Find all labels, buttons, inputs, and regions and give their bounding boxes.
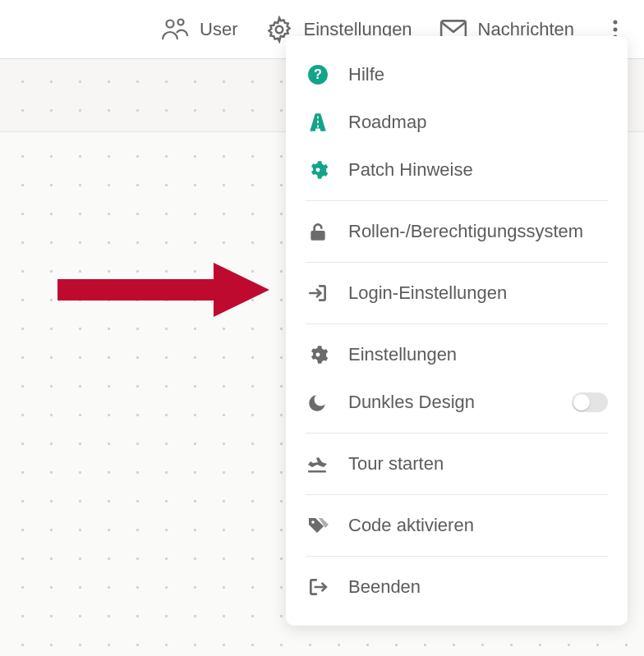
- help-circle-icon: ?: [306, 62, 330, 87]
- menu-divider: [306, 200, 608, 201]
- menu-item-label: Roadmap: [348, 112, 426, 133]
- menu-divider: [306, 494, 608, 495]
- svg-rect-3: [441, 21, 466, 38]
- menu-item-dark-mode[interactable]: Dunkles Design: [286, 378, 628, 426]
- toggle-knob: [573, 394, 590, 411]
- menu-divider: [306, 262, 608, 263]
- svg-point-1: [178, 19, 184, 25]
- menu-divider: [306, 556, 608, 557]
- svg-point-4: [614, 20, 618, 24]
- svg-rect-15: [308, 470, 326, 473]
- svg-rect-9: [317, 116, 319, 118]
- menu-item-label: Beenden: [348, 576, 421, 598]
- topbar-user-label: User: [200, 19, 237, 40]
- svg-rect-13: [310, 231, 324, 241]
- unlock-icon: [306, 219, 330, 244]
- menu-item-roles[interactable]: Rollen-/Berechtigungssystem: [286, 208, 628, 255]
- svg-rect-11: [317, 125, 319, 127]
- menu-item-patch-notes[interactable]: Patch Hinweise: [286, 146, 628, 194]
- plane-departure-icon: [306, 452, 330, 476]
- tags-icon: [306, 513, 330, 538]
- menu-divider: [306, 433, 608, 434]
- menu-item-roadmap[interactable]: Roadmap: [286, 99, 628, 146]
- annotation-arrow: [58, 261, 271, 319]
- menu-item-login-settings[interactable]: Login-Einstellungen: [286, 269, 628, 317]
- svg-point-16: [311, 521, 315, 524]
- moon-icon: [306, 390, 330, 415]
- dropdown-menu: ? Hilfe Roadmap Patch Hinweise: [286, 36, 628, 626]
- svg-point-5: [614, 27, 618, 31]
- svg-point-0: [167, 20, 174, 27]
- svg-marker-17: [58, 263, 269, 317]
- menu-divider: [306, 323, 608, 324]
- menu-item-label: Einstellungen: [348, 344, 457, 365]
- svg-text:?: ?: [314, 67, 322, 81]
- topbar-user[interactable]: User: [159, 13, 237, 46]
- menu-item-activate-code[interactable]: Code aktivieren: [286, 502, 628, 549]
- login-icon: [306, 281, 330, 305]
- people-icon: [159, 13, 191, 46]
- menu-item-label: Rollen-/Berechtigungssystem: [348, 221, 583, 242]
- menu-item-label: Dunkles Design: [348, 392, 475, 413]
- menu-item-label: Code aktivieren: [348, 515, 474, 536]
- menu-item-settings[interactable]: Einstellungen: [286, 331, 628, 378]
- svg-rect-10: [317, 121, 319, 123]
- menu-item-label: Patch Hinweise: [348, 159, 473, 181]
- menu-item-label: Login-Einstellungen: [348, 282, 507, 304]
- menu-item-exit[interactable]: Beenden: [286, 563, 628, 611]
- svg-point-2: [275, 25, 283, 33]
- svg-point-12: [316, 168, 320, 172]
- svg-point-14: [316, 353, 320, 357]
- menu-item-start-tour[interactable]: Tour starten: [286, 440, 628, 488]
- dark-mode-toggle[interactable]: [572, 392, 608, 412]
- gear-icon: [306, 342, 330, 367]
- menu-item-label: Hilfe: [348, 64, 384, 85]
- menu-item-help[interactable]: ? Hilfe: [286, 51, 628, 99]
- logout-icon: [306, 575, 330, 599]
- road-icon: [306, 110, 330, 135]
- menu-item-label: Tour starten: [348, 453, 444, 475]
- gear-solid-icon: [306, 158, 330, 182]
